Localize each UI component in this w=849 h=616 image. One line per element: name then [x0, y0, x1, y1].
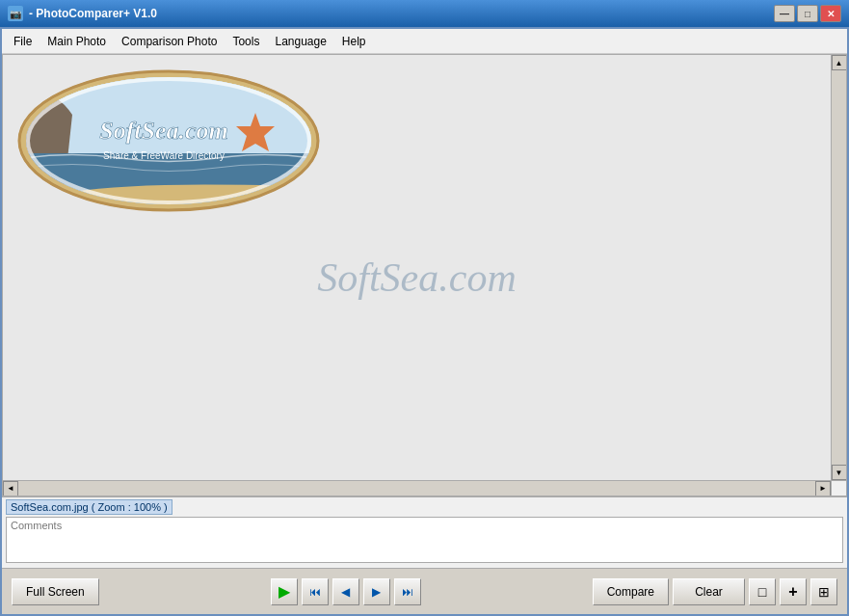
next-icon: ▶ [372, 585, 381, 599]
app-title: - PhotoComparer+ V1.0 [29, 7, 157, 20]
grid-icon: ⊞ [818, 584, 830, 600]
bottom-toolbar: Full Screen ▶ ⏮ ◀ ▶ ⏭ Compare Clear □ [2, 568, 847, 614]
menu-language[interactable]: Language [267, 33, 333, 50]
window-controls[interactable]: — □ ✕ [774, 5, 841, 22]
scroll-v-track[interactable] [832, 70, 846, 465]
vertical-scrollbar[interactable]: ▲ ▼ [831, 55, 846, 480]
svg-text:SoftSea.com: SoftSea.com [99, 117, 228, 145]
watermark: SoftSea.com [317, 254, 516, 300]
menu-comparison-photo[interactable]: Comparison Photo [114, 33, 225, 50]
scroll-right-button[interactable]: ► [815, 481, 831, 496]
svg-text:Share & FreeWare Directory: Share & FreeWare Directory [103, 150, 225, 161]
fullscreen-button[interactable]: Full Screen [12, 578, 99, 605]
softsea-logo-svg: SoftSea.com Share & FreeWare Directory [14, 67, 323, 216]
prev-button[interactable]: ◀ [332, 578, 359, 605]
scroll-down-button[interactable]: ▼ [832, 465, 847, 480]
square-icon: □ [758, 584, 766, 600]
main-window: File Main Photo Comparison Photo Tools L… [0, 27, 849, 616]
first-icon: ⏮ [309, 585, 321, 599]
toolbar-right: Compare Clear □ + ⊞ [593, 578, 837, 605]
photo-canvas: SoftSea.com Share & FreeWare Directory S… [3, 55, 831, 480]
first-button[interactable]: ⏮ [302, 578, 329, 605]
content-area: SoftSea.com Share & FreeWare Directory S… [2, 54, 847, 496]
status-filename: SoftSea.com.jpg ( Zoom : 100% ) [6, 499, 172, 515]
minimize-button[interactable]: — [774, 5, 795, 22]
scroll-left-button[interactable]: ◄ [3, 481, 18, 496]
comments-input[interactable] [6, 517, 843, 563]
square-button[interactable]: □ [749, 578, 776, 605]
menu-file[interactable]: File [6, 33, 40, 50]
plus-icon: + [788, 583, 797, 601]
menu-bar: File Main Photo Comparison Photo Tools L… [2, 29, 847, 54]
scroll-up-button[interactable]: ▲ [832, 55, 847, 70]
toolbar-left: Full Screen [12, 578, 99, 605]
plus-button[interactable]: + [780, 578, 807, 605]
grid-button[interactable]: ⊞ [810, 578, 837, 605]
horizontal-scrollbar[interactable]: ◄ ► [3, 480, 831, 495]
menu-help[interactable]: Help [334, 33, 374, 50]
maximize-button[interactable]: □ [797, 5, 818, 22]
scroll-h-track[interactable] [18, 481, 815, 495]
play-button[interactable]: ▶ [271, 578, 298, 605]
main-photo: SoftSea.com Share & FreeWare Directory [14, 67, 323, 216]
toolbar-center: ▶ ⏮ ◀ ▶ ⏭ [271, 578, 421, 605]
last-icon: ⏭ [402, 585, 413, 599]
status-area: SoftSea.com.jpg ( Zoom : 100% ) [2, 496, 847, 568]
compare-button[interactable]: Compare [593, 578, 669, 605]
menu-main-photo[interactable]: Main Photo [40, 33, 114, 50]
next-button[interactable]: ▶ [363, 578, 390, 605]
prev-icon: ◀ [341, 585, 350, 599]
menu-tools[interactable]: Tools [225, 33, 267, 50]
scroll-corner [831, 480, 846, 495]
play-icon: ▶ [279, 582, 290, 601]
clear-button[interactable]: Clear [673, 578, 745, 605]
close-button[interactable]: ✕ [820, 5, 841, 22]
title-bar: 📷 - PhotoComparer+ V1.0 — □ ✕ [0, 0, 849, 27]
title-bar-left: 📷 - PhotoComparer+ V1.0 [8, 6, 157, 21]
app-icon: 📷 [8, 6, 23, 21]
last-button[interactable]: ⏭ [394, 578, 421, 605]
